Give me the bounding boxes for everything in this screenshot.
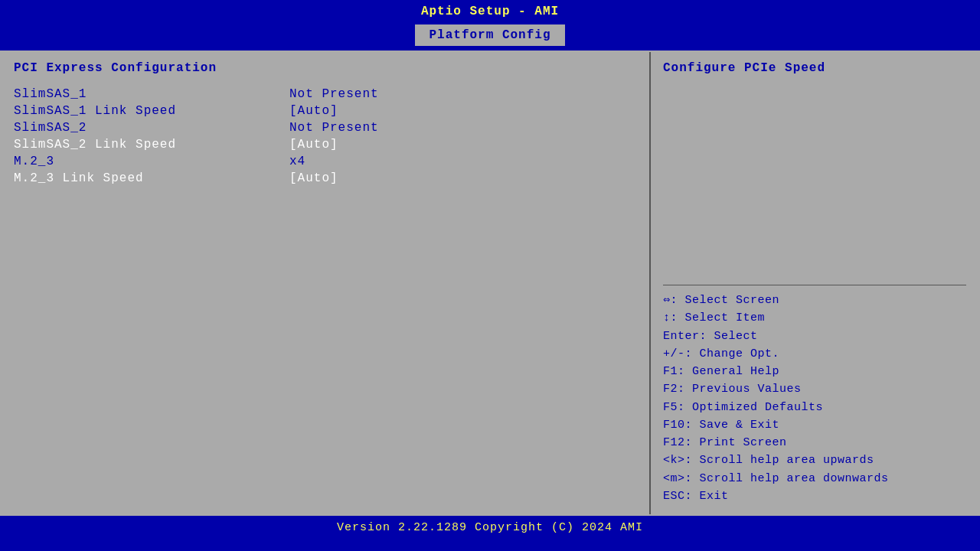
shortcut-line: F12: Print Screen <box>663 434 966 452</box>
config-row-value: Not Present <box>289 87 379 101</box>
shortcut-line: <m>: Scroll help area downwards <box>663 470 966 487</box>
config-row: SlimSAS_2Not Present <box>14 121 637 135</box>
footer-bar: Version 2.22.1289 Copyright (C) 2024 AMI <box>0 516 980 543</box>
shortcut-line: F5: Optimized Defaults <box>663 399 966 416</box>
shortcut-line: ESC: Exit <box>663 487 966 505</box>
header-bar: Aptio Setup - AMI <box>0 0 980 21</box>
config-row-label: M.2_3 <box>14 155 289 168</box>
config-row-value: Not Present <box>289 121 379 135</box>
shortcut-line: +/-: Change Opt. <box>663 345 966 363</box>
config-row-value: x4 <box>289 155 305 168</box>
config-row-label: SlimSAS_1 Link Speed <box>14 104 289 118</box>
config-row: M.2_3x4 <box>14 155 637 168</box>
divider <box>663 285 966 285</box>
config-row-value: [Auto] <box>289 104 338 118</box>
left-panel-title: PCI Express Configuration <box>14 61 637 75</box>
config-row-label: SlimSAS_2 <box>14 121 289 135</box>
config-row-label: M.2_3 Link Speed <box>14 171 289 185</box>
shortcut-line: <k>: Scroll help area upwards <box>663 452 966 469</box>
config-row: SlimSAS_1Not Present <box>14 87 637 101</box>
shortcut-line: F2: Previous Values <box>663 380 966 398</box>
config-row: SlimSAS_2 Link Speed[Auto] <box>14 138 637 152</box>
shortcut-line: Enter: Select <box>663 328 966 345</box>
shortcut-line: F1: General Help <box>663 363 966 380</box>
header-title: Aptio Setup - AMI <box>421 5 559 18</box>
shortcut-line: F10: Save & Exit <box>663 416 966 434</box>
footer-text: Version 2.22.1289 Copyright (C) 2024 AMI <box>337 521 643 534</box>
help-title: Configure PCIe Speed <box>663 61 966 75</box>
config-row: M.2_3 Link Speed[Auto] <box>14 171 637 185</box>
config-rows: SlimSAS_1Not PresentSlimSAS_1 Link Speed… <box>14 87 637 185</box>
shortcut-line: ⇔: Select Screen <box>663 292 966 309</box>
left-panel: PCI Express Configuration SlimSAS_1Not P… <box>2 52 651 514</box>
active-tab[interactable]: Platform Config <box>415 24 564 46</box>
config-row-label: SlimSAS_2 Link Speed <box>14 138 289 152</box>
config-row-value: [Auto] <box>289 138 338 152</box>
right-panel: Configure PCIe Speed ⇔: Select Screen↕: … <box>651 52 978 514</box>
config-row: SlimSAS_1 Link Speed[Auto] <box>14 104 637 118</box>
config-row-label: SlimSAS_1 <box>14 87 289 101</box>
help-text <box>663 87 966 285</box>
main-content: PCI Express Configuration SlimSAS_1Not P… <box>0 51 980 516</box>
config-row-value: [Auto] <box>289 171 338 185</box>
tab-bar: Platform Config <box>0 21 980 51</box>
shortcut-line: ↕: Select Item <box>663 309 966 327</box>
shortcuts-list: ⇔: Select Screen↕: Select ItemEnter: Sel… <box>663 292 966 505</box>
